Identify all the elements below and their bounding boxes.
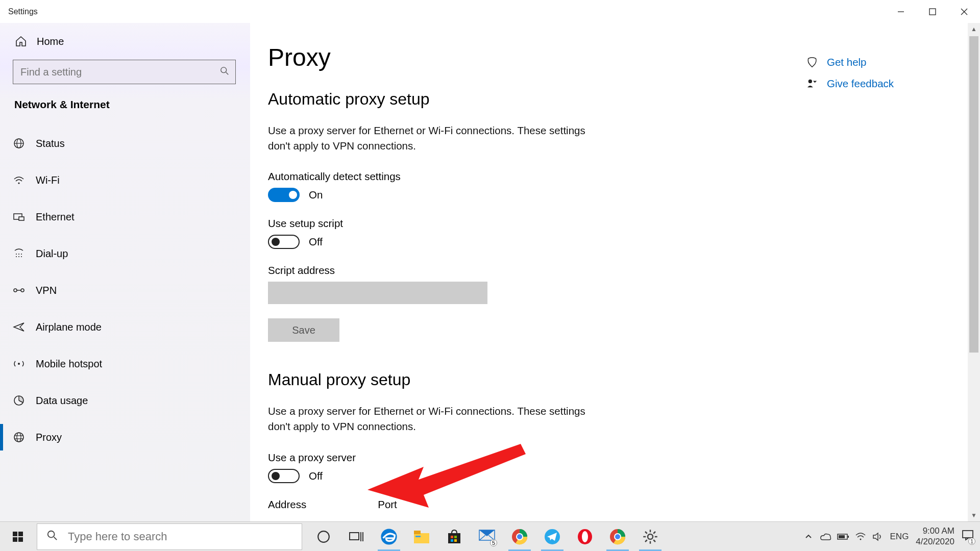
scroll-up-icon[interactable]: ▲: [968, 23, 980, 35]
taskbar-app-explorer[interactable]: [405, 522, 438, 551]
sidebar-item-hotspot[interactable]: Mobile hotspot: [0, 345, 250, 382]
volume-icon[interactable]: [873, 532, 883, 542]
svg-rect-70: [839, 535, 845, 538]
cortana-button[interactable]: [307, 522, 340, 551]
taskbar-app-chrome-2[interactable]: [601, 522, 634, 551]
svg-point-56: [582, 531, 588, 542]
nav-label: Wi-Fi: [36, 174, 60, 186]
tray-clock[interactable]: 9:00 AM 4/20/2020: [916, 526, 954, 547]
taskbar-app-settings[interactable]: [634, 522, 667, 551]
get-help-text[interactable]: Get help: [827, 56, 867, 68]
search-icon: [220, 66, 229, 78]
svg-point-25: [14, 433, 23, 442]
svg-point-9: [18, 182, 19, 184]
nav-label: Status: [36, 138, 65, 149]
svg-rect-48: [451, 539, 453, 542]
give-feedback-text[interactable]: Give feedback: [827, 78, 894, 90]
taskbar-app-mail[interactable]: 5: [471, 522, 503, 551]
svg-point-15: [16, 256, 17, 257]
taskbar-app-chrome[interactable]: [503, 522, 536, 551]
sidebar-home-label: Home: [37, 36, 64, 47]
taskbar-search[interactable]: [37, 523, 302, 550]
svg-point-26: [17, 433, 21, 442]
start-button[interactable]: [0, 522, 36, 551]
tray-date: 4/20/2020: [916, 537, 954, 547]
scroll-thumb[interactable]: [969, 36, 978, 353]
sidebar-item-data-usage[interactable]: Data usage: [0, 382, 250, 419]
minimize-button[interactable]: [885, 0, 917, 23]
svg-point-37: [318, 531, 329, 542]
wifi-tray-icon[interactable]: [855, 532, 866, 542]
status-icon: [12, 137, 26, 150]
nav-label: Dial-up: [36, 248, 68, 260]
battery-icon[interactable]: [838, 532, 848, 542]
tray-language[interactable]: ENG: [890, 532, 909, 542]
proxy-icon: [12, 431, 26, 444]
sidebar-item-airplane[interactable]: Airplane mode: [0, 309, 250, 345]
svg-point-60: [648, 534, 653, 539]
sidebar-item-ethernet[interactable]: Ethernet: [0, 198, 250, 235]
svg-point-16: [18, 256, 19, 257]
onedrive-icon[interactable]: [821, 532, 831, 542]
sidebar-search-input[interactable]: [19, 66, 220, 79]
close-button[interactable]: [948, 0, 980, 23]
give-feedback-link[interactable]: Give feedback: [806, 78, 939, 90]
notif-count: 1: [968, 538, 975, 545]
svg-rect-47: [454, 536, 457, 538]
scrollbar[interactable]: ▲ ▼: [968, 23, 980, 521]
action-center-button[interactable]: 1: [962, 530, 974, 543]
dialup-icon: [12, 247, 26, 260]
use-proxy-state: Off: [309, 470, 323, 482]
home-icon: [14, 35, 28, 48]
taskbar-app-store[interactable]: [438, 522, 471, 551]
sidebar-home[interactable]: Home: [0, 23, 250, 60]
svg-rect-73: [963, 531, 973, 538]
tray-time: 9:00 AM: [916, 526, 954, 536]
svg-rect-1: [929, 9, 936, 15]
feedback-icon: [806, 78, 818, 89]
system-tray: ENG 9:00 AM 4/20/2020 1: [803, 522, 980, 551]
address-label: Address: [268, 498, 306, 511]
right-links: Get help Give feedback: [806, 56, 939, 99]
sidebar-item-status[interactable]: Status: [0, 125, 250, 162]
save-button[interactable]: Save: [268, 318, 339, 342]
nav-label: VPN: [36, 285, 57, 296]
svg-rect-11: [19, 217, 24, 220]
maximize-button[interactable]: [917, 0, 948, 23]
hotspot-icon: [12, 357, 26, 370]
svg-point-4: [221, 67, 227, 72]
use-proxy-label: Use a proxy server: [268, 452, 980, 464]
auto-detect-toggle[interactable]: [268, 188, 300, 202]
svg-rect-31: [13, 532, 17, 536]
content-pane: Proxy Automatic proxy setup Use a proxy …: [250, 23, 980, 521]
sidebar-search[interactable]: [13, 60, 236, 84]
taskbar-search-input[interactable]: [67, 530, 292, 544]
auto-detect-state: On: [309, 189, 323, 201]
auto-detect-label: Automatically detect settings: [268, 170, 980, 183]
task-view-button[interactable]: [340, 522, 373, 551]
nav-label: Data usage: [36, 395, 88, 407]
sidebar-item-wifi[interactable]: Wi-Fi: [0, 162, 250, 198]
script-address-input[interactable]: [268, 282, 487, 304]
svg-rect-42: [414, 533, 429, 543]
taskbar-app-opera[interactable]: [569, 522, 601, 551]
svg-rect-32: [18, 532, 23, 536]
taskbar-app-telegram[interactable]: [536, 522, 569, 551]
svg-point-19: [21, 289, 24, 292]
mail-badge: 5: [490, 539, 497, 546]
svg-point-29: [808, 80, 812, 83]
tray-overflow-icon[interactable]: [803, 532, 814, 542]
svg-line-5: [226, 72, 229, 74]
scroll-down-icon[interactable]: ▼: [968, 509, 980, 521]
nav-label: Ethernet: [36, 211, 75, 223]
sidebar-item-dialup[interactable]: Dial-up: [0, 235, 250, 272]
sidebar-item-proxy[interactable]: Proxy: [0, 419, 250, 456]
svg-point-72: [860, 538, 861, 540]
use-proxy-toggle[interactable]: [268, 469, 300, 483]
taskbar-app-edge[interactable]: [373, 522, 405, 551]
sidebar-item-vpn[interactable]: VPN: [0, 272, 250, 309]
data-usage-icon: [12, 394, 26, 407]
setup-script-toggle[interactable]: [268, 235, 300, 249]
vpn-icon: [12, 284, 26, 297]
get-help-link[interactable]: Get help: [806, 56, 939, 68]
